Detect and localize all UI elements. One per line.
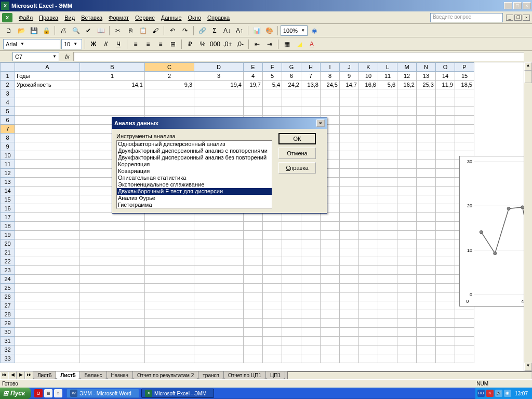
cell-M33[interactable] — [397, 354, 417, 363]
cell-K25[interactable] — [359, 284, 378, 292]
cell-E29[interactable] — [244, 319, 263, 328]
cell-N23[interactable] — [417, 266, 436, 275]
row-header-20[interactable]: 20 — [1, 240, 15, 248]
list-item[interactable]: Ковариация — [117, 168, 272, 175]
embedded-chart[interactable]: 010203004 — [459, 156, 532, 307]
cell-N11[interactable] — [417, 160, 436, 169]
cell-O7[interactable] — [436, 125, 455, 134]
cell-J32[interactable] — [340, 345, 359, 354]
cell-L7[interactable] — [378, 125, 397, 134]
scroll-thumb[interactable] — [524, 71, 532, 83]
borders-icon[interactable]: ▦ — [281, 38, 292, 50]
cell-M21[interactable] — [397, 248, 417, 257]
cell-N20[interactable] — [417, 240, 436, 248]
cell-M14[interactable] — [397, 187, 417, 195]
cell-A25[interactable] — [15, 284, 80, 292]
cell-N28[interactable] — [417, 310, 436, 319]
tray-network-icon[interactable]: ◉ — [504, 390, 511, 397]
cell-I28[interactable] — [321, 310, 340, 319]
taskbar-task-0[interactable]: WЭММ - Microsoft Word — [66, 389, 139, 398]
cell-P7[interactable] — [455, 125, 474, 134]
cell-F29[interactable] — [263, 319, 282, 328]
sheet-tab-7[interactable]: ЦП1 — [265, 371, 285, 379]
ask-question-input[interactable]: Введите вопрос — [430, 13, 503, 22]
menu-view[interactable]: Вид — [61, 14, 78, 22]
cell-P3[interactable] — [455, 89, 474, 98]
cell-H18[interactable] — [301, 222, 321, 231]
cell-L28[interactable] — [378, 310, 397, 319]
cell-B23[interactable] — [80, 266, 145, 275]
col-header-C[interactable]: C — [145, 63, 194, 72]
cell-M31[interactable] — [397, 337, 417, 345]
cell-L9[interactable] — [378, 142, 397, 151]
cell-D31[interactable] — [194, 337, 244, 345]
cell-I3[interactable] — [321, 89, 340, 98]
cell-K17[interactable] — [359, 213, 378, 222]
help-icon[interactable]: ◉ — [309, 25, 320, 36]
cell-J28[interactable] — [340, 310, 359, 319]
cell-J23[interactable] — [340, 266, 359, 275]
cell-N31[interactable] — [417, 337, 436, 345]
cell-L29[interactable] — [378, 319, 397, 328]
cell-N19[interactable] — [417, 231, 436, 240]
cell-N5[interactable] — [417, 107, 436, 116]
cell-C5[interactable] — [145, 107, 194, 116]
cell-M7[interactable] — [397, 125, 417, 134]
row-header-7[interactable]: 7 — [1, 125, 15, 134]
cell-L32[interactable] — [378, 345, 397, 354]
comma-icon[interactable]: 000 — [209, 38, 221, 50]
spellcheck-icon[interactable]: ✔ — [83, 25, 94, 36]
cell-M32[interactable] — [397, 345, 417, 354]
cell-H22[interactable] — [301, 257, 321, 266]
cell-J15[interactable] — [340, 195, 359, 204]
cell-E19[interactable] — [244, 231, 263, 240]
row-header-11[interactable]: 11 — [1, 160, 15, 169]
cell-O13[interactable] — [436, 178, 455, 187]
row-header-26[interactable]: 26 — [1, 292, 15, 301]
cell-I21[interactable] — [321, 248, 340, 257]
cell-G17[interactable] — [282, 213, 301, 222]
cell-N33[interactable] — [417, 354, 436, 363]
doc-restore-button[interactable]: ❐ — [514, 15, 522, 21]
cell-C1[interactable]: 2 — [145, 72, 194, 81]
cell-C22[interactable] — [145, 257, 194, 266]
cell-O23[interactable] — [436, 266, 455, 275]
dialog-close-button[interactable]: × — [316, 119, 325, 127]
cell-I25[interactable] — [321, 284, 340, 292]
cell-M22[interactable] — [397, 257, 417, 266]
cell-F2[interactable]: 5,4 — [263, 81, 282, 89]
cell-M17[interactable] — [397, 213, 417, 222]
cell-G5[interactable] — [282, 107, 301, 116]
cell-L27[interactable] — [378, 301, 397, 310]
menu-data[interactable]: Данные — [158, 14, 185, 22]
cell-H25[interactable] — [301, 284, 321, 292]
cell-M3[interactable] — [397, 89, 417, 98]
quick-opera-icon[interactable]: O — [34, 389, 43, 397]
cell-F22[interactable] — [263, 257, 282, 266]
cell-M16[interactable] — [397, 204, 417, 213]
cell-H33[interactable] — [301, 354, 321, 363]
sheet-nav-last[interactable]: ⏭ — [25, 371, 33, 379]
cell-N1[interactable]: 13 — [417, 72, 436, 81]
cell-H1[interactable]: 7 — [301, 72, 321, 81]
cell-K11[interactable] — [359, 160, 378, 169]
align-left-icon[interactable]: ≡ — [130, 38, 141, 50]
cell-A18[interactable] — [15, 222, 80, 231]
quick-launch-icon[interactable]: » — [54, 389, 62, 397]
cell-E25[interactable] — [244, 284, 263, 292]
cell-N13[interactable] — [417, 178, 436, 187]
cell-A19[interactable] — [15, 231, 80, 240]
sheet-tab-4[interactable]: Отчет по результатам 2 — [132, 371, 198, 379]
row-header-30[interactable]: 30 — [1, 328, 15, 337]
row-header-1[interactable]: 1 — [1, 72, 15, 81]
scroll-up-button[interactable]: ▲ — [524, 62, 532, 71]
cell-C20[interactable] — [145, 240, 194, 248]
cell-J10[interactable] — [340, 151, 359, 160]
cell-L11[interactable] — [378, 160, 397, 169]
col-header-O[interactable]: O — [436, 63, 455, 72]
row-header-2[interactable]: 2 — [1, 81, 15, 89]
cell-C23[interactable] — [145, 266, 194, 275]
cell-O10[interactable] — [436, 151, 455, 160]
cell-C24[interactable] — [145, 275, 194, 284]
cell-B21[interactable] — [80, 248, 145, 257]
